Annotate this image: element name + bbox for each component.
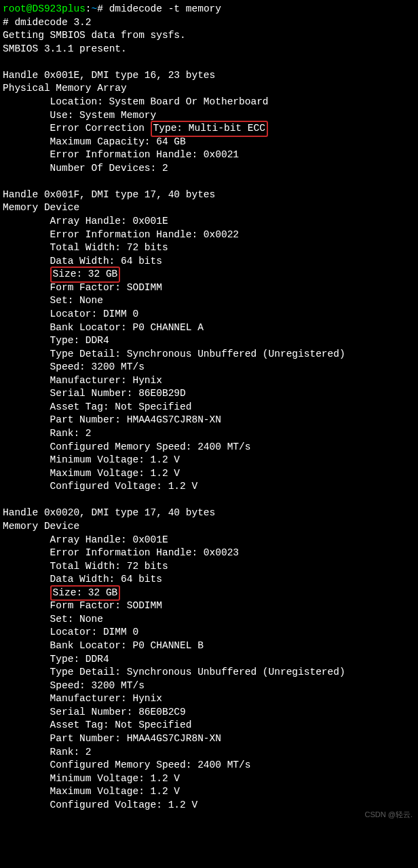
array-max-capacity: Maximum Capacity: 64 GB — [3, 136, 415, 149]
dev1-error-handle: Error Information Handle: 0x0022 — [3, 229, 415, 242]
dev1-rank: Rank: 2 — [3, 427, 415, 441]
watermark: CSDN @轻云. — [365, 810, 413, 820]
dev2-array-handle: Array Handle: 0x001E — [3, 534, 415, 547]
smbios-source: Getting SMBIOS data from sysfs. — [3, 29, 415, 43]
dev1-conf-speed: Configured Memory Speed: 2400 MT/s — [3, 441, 415, 454]
size-highlight-2: Size: 32 GB — [50, 585, 121, 601]
dev2-conf-speed: Configured Memory Speed: 2400 MT/s — [3, 759, 415, 772]
dev1-title: Memory Device — [3, 201, 415, 215]
dev2-manufacturer: Manufacturer: Hynix — [3, 692, 415, 706]
size-highlight-1: Size: 32 GB — [50, 267, 121, 283]
dev1-handle: Handle 0x001F, DMI type 17, 40 bytes — [3, 189, 415, 202]
dev1-bank: Bank Locator: P0 CHANNEL A — [3, 321, 415, 335]
dev2-error-handle: Error Information Handle: 0x0023 — [3, 547, 415, 560]
array-location: Location: System Board Or Motherboard — [3, 96, 415, 109]
dev1-form-factor: Form Factor: SODIMM — [3, 281, 415, 295]
dev2-total-width: Total Width: 72 bits — [3, 560, 415, 574]
dev2-locator: Locator: DIMM 0 — [3, 626, 415, 639]
prompt-path: ~ — [92, 3, 98, 14]
prompt-hash: # — [97, 3, 103, 14]
dev1-max-voltage: Maximum Voltage: 1.2 V — [3, 467, 415, 481]
dev2-type-detail: Type Detail: Synchronous Unbuffered (Unr… — [3, 666, 415, 679]
dev1-locator: Locator: DIMM 0 — [3, 308, 415, 321]
dev1-array-handle: Array Handle: 0x001E — [3, 215, 415, 229]
dmidecode-version: # dmidecode 3.2 — [3, 16, 415, 30]
dev1-set: Set: None — [3, 294, 415, 308]
prompt-user: root@DS923plus — [3, 3, 86, 14]
dev2-type: Type: DDR4 — [3, 653, 415, 667]
prompt-line[interactable]: root@DS923plus:~# dmidecode -t memory — [3, 3, 415, 16]
array-num-devices: Number Of Devices: 2 — [3, 162, 415, 176]
dev1-min-voltage: Minimum Voltage: 1.2 V — [3, 454, 415, 467]
dev2-handle: Handle 0x0020, DMI type 17, 40 bytes — [3, 507, 415, 520]
array-error-handle: Error Information Handle: 0x0021 — [3, 149, 415, 162]
dev2-conf-voltage: Configured Voltage: 1.2 V — [3, 799, 415, 812]
dev2-size: Size: 32 GB — [3, 587, 415, 600]
dev1-type: Type: DDR4 — [3, 334, 415, 348]
dev1-part: Part Number: HMAA4GS7CJR8N-XN — [3, 414, 415, 427]
dev2-asset: Asset Tag: Not Specified — [3, 719, 415, 732]
dev2-form-factor: Form Factor: SODIMM — [3, 599, 415, 613]
array-title: Physical Memory Array — [3, 82, 415, 96]
command-text: dmidecode -t memory — [109, 3, 221, 14]
dev2-max-voltage: Maximum Voltage: 1.2 V — [3, 785, 415, 799]
dev2-bank: Bank Locator: P0 CHANNEL B — [3, 639, 415, 653]
dev1-manufacturer: Manufacturer: Hynix — [3, 374, 415, 388]
dev2-part: Part Number: HMAA4GS7CJR8N-XN — [3, 732, 415, 746]
terminal-output: root@DS923plus:~# dmidecode -t memory # … — [3, 3, 415, 812]
dev2-speed: Speed: 3200 MT/s — [3, 679, 415, 693]
prompt-sep: : — [86, 3, 92, 14]
dev1-speed: Speed: 3200 MT/s — [3, 361, 415, 374]
dev1-size: Size: 32 GB — [3, 268, 415, 281]
dev2-set: Set: None — [3, 613, 415, 627]
smbios-version: SMBIOS 3.1.1 present. — [3, 43, 415, 56]
dev1-type-detail: Type Detail: Synchronous Unbuffered (Unr… — [3, 348, 415, 361]
dev2-serial: Serial Number: 86E0B2C9 — [3, 706, 415, 719]
array-error-correction: Error Correction Type: Multi-bit ECC — [3, 122, 415, 136]
dev2-min-voltage: Minimum Voltage: 1.2 V — [3, 772, 415, 786]
dev2-data-width: Data Width: 64 bits — [3, 573, 415, 587]
dev1-total-width: Total Width: 72 bits — [3, 241, 415, 255]
ecc-highlight: Type: Multi-bit ECC — [151, 121, 268, 137]
array-handle: Handle 0x001E, DMI type 16, 23 bytes — [3, 69, 415, 83]
dev2-rank: Rank: 2 — [3, 746, 415, 760]
dev1-asset: Asset Tag: Not Specified — [3, 401, 415, 414]
dev2-title: Memory Device — [3, 520, 415, 534]
dev1-serial: Serial Number: 86E0B29D — [3, 387, 415, 401]
dev1-conf-voltage: Configured Voltage: 1.2 V — [3, 480, 415, 494]
